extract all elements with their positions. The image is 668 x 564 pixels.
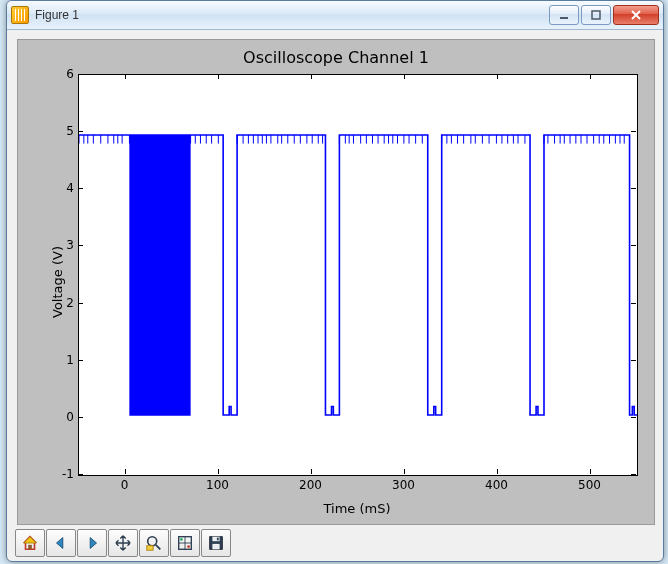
- y-tick-mark: [78, 245, 83, 246]
- y-tick-mark: [78, 74, 83, 75]
- y-tick-mark: [631, 188, 636, 189]
- matplotlib-toolbar: [15, 529, 232, 557]
- pan-button[interactable]: [108, 529, 138, 557]
- configure-subplots-button[interactable]: [170, 529, 200, 557]
- y-tick-label: 2: [24, 296, 74, 310]
- x-axis-label: Time (mS): [78, 501, 636, 516]
- svg-point-91: [180, 538, 183, 541]
- zoom-button[interactable]: [139, 529, 169, 557]
- y-tick-mark: [631, 303, 636, 304]
- minimize-button[interactable]: [549, 5, 579, 25]
- y-tick-label: 3: [24, 238, 74, 252]
- svg-rect-84: [28, 545, 32, 550]
- x-tick-mark: [311, 74, 312, 79]
- svg-rect-96: [217, 538, 219, 541]
- y-tick-mark: [78, 303, 83, 304]
- figure-canvas[interactable]: Oscilloscope Channel 1 Voltage (V) Time …: [17, 39, 655, 525]
- y-tick-mark: [78, 131, 83, 132]
- subplot-icon: [176, 534, 194, 552]
- y-tick-label: 4: [24, 181, 74, 195]
- app-icon: [11, 6, 29, 24]
- y-tick-mark: [631, 360, 636, 361]
- svg-rect-1: [592, 11, 600, 19]
- x-tick-mark: [590, 74, 591, 79]
- y-tick-label: -1: [24, 467, 74, 481]
- x-tick-label: 0: [121, 478, 129, 492]
- y-tick-mark: [631, 131, 636, 132]
- maximize-button[interactable]: [581, 5, 611, 25]
- x-tick-mark: [311, 469, 312, 474]
- y-tick-mark: [631, 417, 636, 418]
- y-tick-label: 5: [24, 124, 74, 138]
- y-tick-mark: [631, 245, 636, 246]
- x-tick-mark: [590, 469, 591, 474]
- x-tick-label: 400: [485, 478, 508, 492]
- y-tick-mark: [78, 188, 83, 189]
- x-tick-mark: [497, 74, 498, 79]
- svg-point-92: [187, 545, 190, 548]
- x-tick-label: 300: [392, 478, 415, 492]
- x-tick-mark: [404, 469, 405, 474]
- x-tick-mark: [404, 74, 405, 79]
- y-tick-mark: [631, 74, 636, 75]
- close-button[interactable]: [613, 5, 659, 25]
- signal-trace: [79, 75, 637, 475]
- back-button[interactable]: [46, 529, 76, 557]
- y-tick-label: 1: [24, 353, 74, 367]
- svg-point-85: [148, 537, 157, 546]
- home-button[interactable]: [15, 529, 45, 557]
- figure-window: Figure 1 Oscilloscope Channel 1 Voltage …: [6, 0, 664, 562]
- x-tick-label: 200: [299, 478, 322, 492]
- x-tick-label: 500: [578, 478, 601, 492]
- y-tick-mark: [78, 360, 83, 361]
- arrow-right-icon: [83, 534, 101, 552]
- move-icon: [114, 534, 132, 552]
- plot-area[interactable]: [78, 74, 638, 476]
- save-button[interactable]: [201, 529, 231, 557]
- home-icon: [21, 534, 39, 552]
- save-icon: [207, 534, 225, 552]
- y-tick-mark: [631, 474, 636, 475]
- x-tick-mark: [218, 74, 219, 79]
- x-tick-mark: [125, 469, 126, 474]
- svg-rect-95: [212, 544, 219, 549]
- x-tick-label: 100: [206, 478, 229, 492]
- window-buttons: [549, 5, 659, 25]
- zoom-icon: [145, 534, 163, 552]
- svg-rect-87: [147, 546, 153, 551]
- y-tick-mark: [78, 417, 83, 418]
- chart-title: Oscilloscope Channel 1: [18, 48, 654, 67]
- arrow-left-icon: [52, 534, 70, 552]
- window-title: Figure 1: [35, 8, 549, 22]
- x-tick-mark: [497, 469, 498, 474]
- forward-button[interactable]: [77, 529, 107, 557]
- y-tick-mark: [78, 474, 83, 475]
- y-tick-label: 0: [24, 410, 74, 424]
- svg-line-86: [156, 545, 161, 550]
- x-tick-mark: [125, 74, 126, 79]
- x-tick-mark: [218, 469, 219, 474]
- titlebar[interactable]: Figure 1: [7, 1, 663, 30]
- y-tick-label: 6: [24, 67, 74, 81]
